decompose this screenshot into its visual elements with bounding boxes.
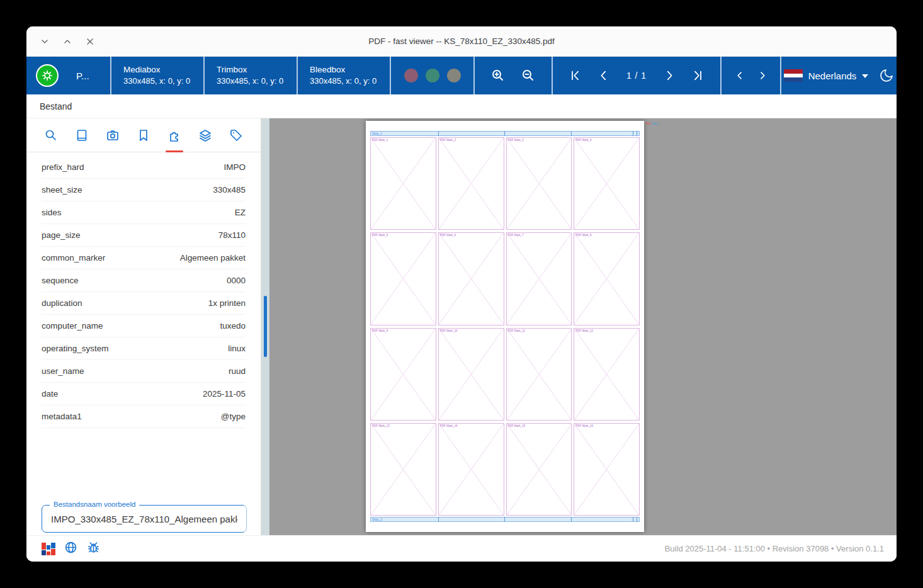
status-icons (42, 540, 101, 557)
property-key: computer_name (42, 321, 103, 331)
property-key: common_marker (42, 253, 105, 263)
property-key: page_size (42, 230, 81, 240)
cell-mark-label: PDF Mark_14 (440, 424, 458, 427)
bookmark-icon[interactable] (133, 118, 154, 152)
dark-mode-moon-icon[interactable] (879, 68, 894, 83)
filename-preview-field[interactable]: Bestandsnaam voorbeeld IMPO_330x485_EZ_7… (42, 505, 247, 533)
crop-cross-icon (574, 424, 639, 515)
mediabox-label: Mediabox (123, 64, 161, 76)
property-list: prefix_hard IMPO sheet_size 330x485 side… (26, 152, 261, 428)
app-logo-icon[interactable] (42, 543, 55, 555)
property-value: linux (228, 344, 246, 353)
strip-tick (504, 517, 505, 522)
filename-field-label: Bestandsnaam voorbeeld (50, 500, 139, 508)
property-row: sides EZ (42, 201, 246, 224)
zoom-out-icon[interactable] (521, 69, 535, 82)
cell-mark-label: PDF Mark_8 (575, 234, 591, 237)
title-bar: PDF - fast viewer -- KS_78x110_EZ_330x48… (26, 26, 897, 57)
imposition-cell: PDF Mark_13 (370, 423, 436, 516)
next-file-icon[interactable] (757, 70, 768, 81)
pdf-page[interactable]: Strip_1 PDF Mark_1 PDF Mark_2 PDF Mark_3… (366, 121, 644, 532)
strip-tick (633, 517, 633, 522)
imposition-cell: PDF Mark_2 (438, 137, 504, 230)
imposition-grid: PDF Mark_1 PDF Mark_2 PDF Mark_3 PDF Mar… (370, 137, 640, 516)
property-value: 2025-11-05 (203, 389, 246, 399)
imposition-cell: PDF Mark_7 (506, 232, 572, 325)
previous-page-icon[interactable] (597, 69, 610, 82)
cell-mark-label: PDF Mark_10 (440, 329, 458, 332)
color-dot-2[interactable] (426, 69, 439, 82)
strip-tick (637, 131, 637, 136)
zoom-in-icon[interactable] (491, 69, 505, 82)
strip-tick (571, 517, 572, 522)
language-selector[interactable]: Nederlands (808, 71, 857, 81)
mediabox-info: Mediabox 330x485, x: 0, y: 0 (110, 57, 203, 94)
property-row: sheet_size 330x485 (42, 179, 246, 201)
crop-cross-icon (574, 233, 639, 324)
cell-mark-label: PDF Mark_16 (575, 424, 593, 427)
tag-icon[interactable] (225, 118, 247, 152)
last-page-icon[interactable] (691, 69, 704, 82)
mediabox-value: 330x485, x: 0, y: 0 (123, 76, 190, 88)
cell-mark-label: PDF Mark_1 (372, 139, 388, 142)
pages-icon[interactable] (71, 118, 93, 152)
property-value: EZ (235, 208, 246, 217)
color-dot-1[interactable] (404, 69, 418, 82)
layers-icon[interactable] (195, 118, 216, 152)
trimbox-value: 330x485, x: 0, y: 0 (217, 76, 283, 88)
cell-mark-label: PDF Mark_11 (508, 329, 525, 332)
property-value: tuxedo (220, 321, 246, 331)
puzzle-icon[interactable] (164, 118, 185, 152)
property-row: sequence 0000 (42, 269, 246, 292)
document-canvas: Strip_1 PDF Mark_1 PDF Mark_2 PDF Mark_3… (261, 118, 897, 535)
strip-tick (504, 131, 505, 136)
cell-mark-label: PDF Mark_15 (508, 424, 526, 427)
color-indicators (390, 57, 473, 94)
crop-cross-icon (507, 138, 572, 229)
bleedbox-info: Bleedbox 330x485, x: 0, y: 0 (297, 57, 390, 94)
crop-cross-icon (507, 424, 572, 515)
cell-mark-label: PDF Mark_13 (372, 424, 390, 427)
property-value: @type (221, 412, 246, 421)
crop-cross-icon (439, 138, 504, 229)
strip-label: Strip_1 (372, 132, 382, 135)
bug-report-icon[interactable] (86, 540, 101, 557)
cell-mark-label: PDF Mark_6 (440, 234, 456, 237)
file-navigation (720, 57, 780, 94)
sidebar: prefix_hard IMPO sheet_size 330x485 side… (26, 118, 261, 535)
property-key: user_name (42, 366, 84, 376)
cell-mark-label: PDF Mark_4 (575, 139, 591, 142)
next-page-icon[interactable] (663, 69, 676, 82)
corner-mark-blue: Mark (652, 122, 659, 125)
property-key: metadata1 (42, 412, 82, 421)
camera-icon[interactable] (102, 118, 123, 152)
property-value: 78x110 (218, 230, 246, 240)
cell-mark-label: PDF Mark_7 (508, 234, 524, 237)
app-label: P... (76, 71, 89, 81)
trimbox-label: Trimbox (217, 64, 247, 76)
globe-icon[interactable] (64, 540, 78, 557)
scrollbar-thumb[interactable] (264, 296, 267, 357)
crop-cross-icon (574, 138, 639, 229)
imposition-cell: PDF Mark_8 (574, 232, 640, 325)
strip-label: Strip_2 (372, 517, 382, 521)
crop-cross-icon (371, 233, 436, 324)
property-row: prefix_hard IMPO (42, 156, 246, 179)
filename-fade (236, 506, 255, 532)
chevron-down-icon[interactable] (862, 74, 868, 78)
imposition-cell: PDF Mark_1 (370, 137, 436, 230)
content-area: prefix_hard IMPO sheet_size 330x485 side… (26, 118, 897, 535)
menu-bestand[interactable]: Bestand (40, 101, 72, 111)
bleedbox-value: 330x485, x: 0, y: 0 (310, 76, 377, 88)
property-row: user_name ruud (42, 360, 246, 383)
previous-file-icon[interactable] (734, 70, 745, 81)
imposition-cell: PDF Mark_5 (370, 232, 436, 325)
search-icon[interactable] (40, 118, 62, 152)
vertical-scrollbar[interactable] (261, 118, 269, 535)
imposition-cell: PDF Mark_10 (438, 328, 504, 421)
strip-tick (633, 131, 633, 136)
first-page-icon[interactable] (569, 69, 582, 82)
color-dot-3[interactable] (447, 69, 461, 82)
settings-gear-icon[interactable] (36, 64, 59, 87)
strip-tick (571, 131, 572, 136)
